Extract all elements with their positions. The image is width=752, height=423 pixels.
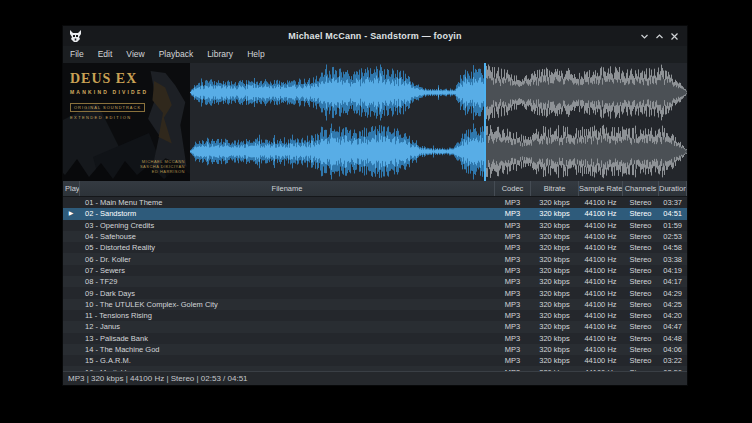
table-row[interactable]: 10 - The UTULEK Complex- Golem CityMP332… (63, 299, 687, 310)
cell-c3: 320 kbps (531, 242, 579, 253)
cell-c1: 06 - Dr. Koller (80, 254, 495, 265)
cell-c4: 44100 Hz (579, 208, 623, 219)
album-art[interactable]: DEUS EX MANKIND DIVIDED ORIGINAL SOUNDTR… (63, 63, 190, 181)
table-row[interactable]: 14 - The Machine GodMP3320 kbps44100 HzS… (63, 344, 687, 355)
cell-c2: MP3 (495, 288, 531, 299)
column-header-filename[interactable]: Filename (80, 181, 495, 196)
cell-c6: 04:29 (659, 288, 687, 299)
cell-c4: 44100 Hz (579, 344, 623, 355)
column-header-bitrate[interactable]: Bitrate (531, 181, 579, 196)
table-row[interactable]: 07 - SewersMP3320 kbps44100 HzStereo04:1… (63, 265, 687, 276)
playing-indicator: ▶ (63, 208, 80, 219)
table-row[interactable]: 03 - Opening CreditsMP3320 kbps44100 HzS… (63, 220, 687, 231)
table-row[interactable]: 05 - Distorted RealityMP3320 kbps44100 H… (63, 242, 687, 253)
table-row[interactable]: ▶02 - SandstormMP3320 kbps44100 HzStereo… (63, 208, 687, 219)
window-title: Michael McCann - Sandstorm — fooyin (63, 31, 687, 41)
cover-badge-edition: EXTENDED EDITION (70, 115, 148, 120)
cell-c5: Stereo (623, 310, 659, 321)
titlebar[interactable]: Michael McCann - Sandstorm — fooyin (63, 26, 687, 47)
window-controls (639, 31, 687, 42)
cell-c5: Stereo (623, 265, 659, 276)
cell-c6: 04:25 (659, 299, 687, 310)
cell-c4: 44100 Hz (579, 231, 623, 242)
column-header-codec[interactable]: Codec (495, 181, 531, 196)
cell-c2: MP3 (495, 355, 531, 366)
waveform-seekbar[interactable] (190, 63, 687, 181)
playlist-rows: 01 - Main Menu ThemeMP3320 kbps44100 HzS… (63, 197, 687, 372)
cell-c2: MP3 (495, 265, 531, 276)
cell-c4: 44100 Hz (579, 310, 623, 321)
table-row[interactable]: 01 - Main Menu ThemeMP3320 kbps44100 HzS… (63, 197, 687, 208)
status-text: MP3 | 320 kbps | 44100 Hz | Stereo | 02:… (63, 374, 248, 383)
menu-view[interactable]: View (119, 46, 151, 63)
cell-c4: 44100 Hz (579, 254, 623, 265)
cell-c5: Stereo (623, 197, 659, 208)
cell-c5: Stereo (623, 254, 659, 265)
cell-c6: 03:38 (659, 254, 687, 265)
cell-c2: MP3 (495, 242, 531, 253)
cell-c5: Stereo (623, 344, 659, 355)
cell-c4: 44100 Hz (579, 220, 623, 231)
cell-c1: 03 - Opening Credits (80, 220, 495, 231)
cover-text: DEUS EX MANKIND DIVIDED ORIGINAL SOUNDTR… (70, 71, 148, 120)
cell-c3: 320 kbps (531, 265, 579, 276)
cell-c4: 44100 Hz (579, 321, 623, 332)
cell-c6: 04:48 (659, 333, 687, 344)
cell-c3: 320 kbps (531, 310, 579, 321)
cell-c4: 44100 Hz (579, 197, 623, 208)
playlist-header[interactable]: PlayingFilenameCodecBitrateSample RateCh… (63, 181, 687, 197)
cell-c1: 05 - Distorted Reality (80, 242, 495, 253)
cell-c5: Stereo (623, 299, 659, 310)
cell-c3: 320 kbps (531, 321, 579, 332)
cell-c4: 44100 Hz (579, 299, 623, 310)
column-header-duration[interactable]: Duration (659, 181, 687, 196)
menu-help[interactable]: Help (240, 46, 271, 63)
cell-c3: 320 kbps (531, 220, 579, 231)
table-row[interactable]: 13 - Palisade BankMP3320 kbps44100 HzSte… (63, 333, 687, 344)
cell-c6: 03:37 (659, 197, 687, 208)
cell-c6: 04:06 (659, 344, 687, 355)
table-row[interactable]: 08 - TF29MP3320 kbps44100 HzStereo04:17 (63, 276, 687, 287)
cell-c2: MP3 (495, 333, 531, 344)
cell-c1: 01 - Main Menu Theme (80, 197, 495, 208)
table-row[interactable]: 09 - Dark DaysMP3320 kbps44100 HzStereo0… (63, 287, 687, 298)
cell-c3: 320 kbps (531, 208, 579, 219)
cell-c5: Stereo (623, 231, 659, 242)
cell-c6: 04:51 (659, 208, 687, 219)
cell-c3: 320 kbps (531, 333, 579, 344)
table-row[interactable]: 04 - SafehouseMP3320 kbps44100 HzStereo0… (63, 231, 687, 242)
cell-c1: 10 - The UTULEK Complex- Golem City (80, 299, 495, 310)
cell-c2: MP3 (495, 208, 531, 219)
menu-edit[interactable]: Edit (91, 46, 120, 63)
cell-c1: 14 - The Machine God (80, 344, 495, 355)
now-playing-strip: DEUS EX MANKIND DIVIDED ORIGINAL SOUNDTR… (63, 63, 687, 181)
table-row[interactable]: 12 - JanusMP3320 kbps44100 HzStereo04:47 (63, 321, 687, 332)
table-row[interactable]: 15 - G.A.R.M.MP3320 kbps44100 HzStereo03… (63, 355, 687, 366)
table-row[interactable]: 06 - Dr. KollerMP3320 kbps44100 HzStereo… (63, 253, 687, 264)
cell-c5: Stereo (623, 276, 659, 287)
menu-playback[interactable]: Playback (152, 46, 201, 63)
cell-c5: Stereo (623, 242, 659, 253)
column-header-playing[interactable]: Playing (63, 181, 80, 196)
maximize-button[interactable] (654, 31, 665, 42)
menu-file[interactable]: File (63, 46, 91, 63)
table-row[interactable]: 11 - Tensions RisingMP3320 kbps44100 HzS… (63, 310, 687, 321)
cell-c3: 320 kbps (531, 197, 579, 208)
cell-c5: Stereo (623, 333, 659, 344)
cell-c6: 03:22 (659, 355, 687, 366)
menu-library[interactable]: Library (200, 46, 240, 63)
cell-c1: 04 - Safehouse (80, 231, 495, 242)
cell-c4: 44100 Hz (579, 276, 623, 287)
column-header-sample-rate[interactable]: Sample Rate (579, 181, 623, 196)
cell-c2: MP3 (495, 344, 531, 355)
menubar: File Edit View Playback Library Help (63, 46, 687, 64)
close-button[interactable] (669, 31, 680, 42)
cell-c1: 15 - G.A.R.M. (80, 355, 495, 366)
cell-c3: 320 kbps (531, 355, 579, 366)
cell-c6: 01:59 (659, 220, 687, 231)
minimize-button[interactable] (639, 31, 650, 42)
cell-c6: 04:19 (659, 265, 687, 276)
column-header-channels[interactable]: Channels (623, 181, 659, 196)
cell-c2: MP3 (495, 276, 531, 287)
cell-c5: Stereo (623, 288, 659, 299)
